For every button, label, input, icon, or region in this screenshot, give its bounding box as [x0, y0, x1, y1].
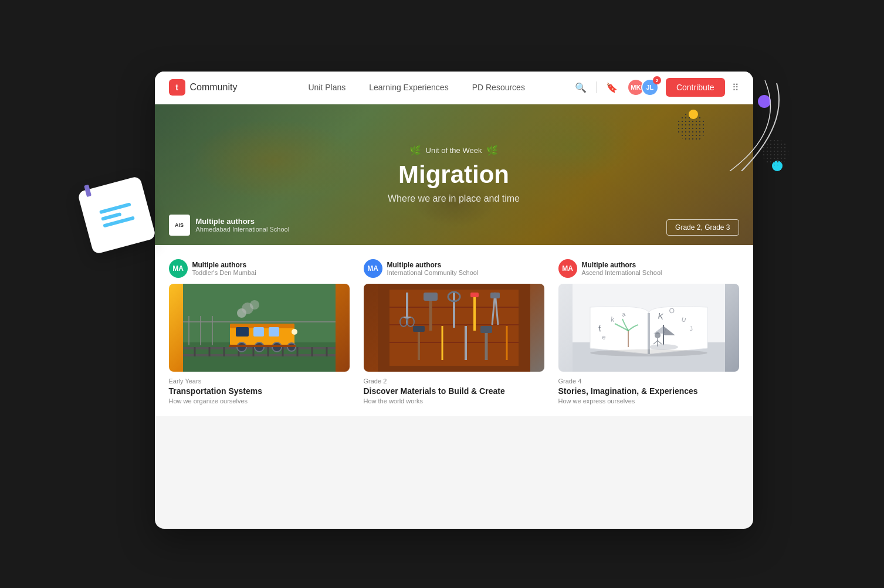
logo-letter: t [175, 83, 178, 92]
book-illustration: f k a e K O U J I [573, 284, 725, 372]
svg-rect-28 [229, 345, 296, 347]
card-title-1: Transportation Systems [169, 386, 350, 396]
hero-author-school: Ahmedabad International School [196, 226, 290, 233]
card-author-info-1: Multiple authors Toddler's Den Mumbai [192, 261, 256, 276]
card-avatar-3-initials: MA [562, 264, 573, 273]
card-image-2 [364, 284, 544, 372]
card-theme-1: How we organize ourselves [169, 397, 350, 405]
logo-text: Community [190, 82, 238, 93]
train-illustration [183, 284, 336, 372]
card-image-3: f k a e K O U J I [558, 284, 739, 372]
svg-rect-22 [269, 327, 279, 337]
notebook-line [99, 202, 131, 214]
card-grade-3: Grade 4 [558, 378, 739, 385]
hero-author-name: Multiple authors [196, 217, 290, 226]
card-3[interactable]: MA Multiple authors Ascend International… [558, 259, 739, 405]
avatar1-initials: MK [631, 84, 641, 91]
bookmark-icon[interactable]: 🔖 [604, 80, 620, 96]
hero-section: 🌿 Unit of the Week 🌿 Migration Where we … [155, 104, 753, 245]
nav-divider [596, 81, 597, 93]
card-avatar-2: MA [364, 259, 382, 278]
navbar-nav: Unit Plans Learning Experiences PD Resou… [260, 78, 573, 97]
nav-link-pd-resources[interactable]: PD Resources [460, 78, 537, 97]
card-image-1 [169, 284, 350, 372]
outer-wrapper: t Community Unit Plans Learning Experien… [120, 54, 765, 535]
laurel-left-icon: 🌿 [409, 145, 421, 156]
hero-author-info: Multiple authors Ahmedabad International… [196, 217, 290, 233]
deco-notebook [77, 175, 156, 254]
svg-rect-42 [424, 293, 438, 301]
hero-author: AIS Multiple authors Ahmedabad Internati… [169, 215, 290, 236]
deco-dots-cluster2 [762, 139, 788, 165]
navbar-logo: t Community [169, 79, 238, 96]
svg-rect-21 [253, 327, 264, 337]
hero-grade-badge: Grade 2, Grade 3 [666, 219, 739, 236]
school-logo: AIS [169, 215, 190, 236]
tools-illustration [378, 284, 530, 372]
deco-top-right [671, 77, 788, 183]
avatar2-initials: JL [646, 84, 653, 91]
card-grade-2: Grade 2 [364, 378, 544, 385]
svg-rect-46 [470, 293, 479, 297]
school-abbr: AIS [175, 222, 184, 228]
card-theme-3: How we express ourselves [558, 397, 739, 405]
browser-window: t Community Unit Plans Learning Experien… [155, 72, 753, 529]
card-author-school-1: Toddler's Den Mumbai [192, 269, 256, 276]
card-avatar-1: MA [169, 259, 188, 278]
card-theme-2: How the world works [364, 397, 544, 405]
avatar-group: MK JL 2 [627, 79, 659, 96]
svg-point-23 [292, 329, 297, 335]
card-author-info-3: Multiple authors Ascend International Sc… [582, 261, 662, 276]
card-author-name-2: Multiple authors [387, 261, 479, 269]
card-avatar-3: MA [558, 259, 577, 278]
hero-content: 🌿 Unit of the Week 🌿 Migration Where we … [388, 145, 520, 204]
hero-badge: 🌿 Unit of the Week 🌿 [388, 145, 520, 156]
svg-text:O: O [669, 306, 675, 315]
hero-title: Migration [388, 161, 520, 189]
svg-point-73 [655, 332, 661, 338]
notebook-lines [99, 202, 134, 227]
notebook-line [100, 212, 121, 221]
hero-footer: AIS Multiple authors Ahmedabad Internati… [155, 205, 753, 245]
cards-section: MA Multiple authors Toddler's Den Mumbai [155, 245, 753, 416]
card-1[interactable]: MA Multiple authors Toddler's Den Mumbai [169, 259, 350, 405]
svg-point-59 [590, 349, 707, 356]
hero-subtitle: Where we are in place and time [388, 193, 520, 204]
card-author-school-3: Ascend International School [582, 269, 662, 276]
card-author-info-2: Multiple authors International Community… [387, 261, 479, 276]
svg-point-72 [649, 344, 678, 350]
laurel-right-icon: 🌿 [486, 145, 498, 156]
notification-badge: 2 [653, 76, 661, 84]
card-img-book: f k a e K O U J I [558, 284, 739, 372]
card-avatar-2-initials: MA [367, 264, 378, 273]
card-grade-1: Early Years [169, 378, 350, 385]
navbar: t Community Unit Plans Learning Experien… [155, 72, 753, 104]
card-author-name-1: Multiple authors [192, 261, 256, 269]
search-icon[interactable]: 🔍 [573, 80, 589, 96]
svg-rect-55 [480, 326, 492, 333]
card-author-3: MA Multiple authors Ascend International… [558, 259, 739, 278]
browser-content[interactable]: 🌿 Unit of the Week 🌿 Migration Where we … [155, 104, 753, 529]
nav-link-learning-experiences[interactable]: Learning Experiences [357, 78, 460, 97]
logo-icon: t [169, 79, 185, 96]
card-author-school-2: International Community School [387, 269, 479, 276]
card-2[interactable]: MA Multiple authors International Commun… [364, 259, 544, 405]
card-author-1: MA Multiple authors Toddler's Den Mumbai [169, 259, 350, 278]
card-avatar-1-initials: MA [172, 264, 184, 273]
card-author-2: MA Multiple authors International Commun… [364, 259, 544, 278]
card-author-name-3: Multiple authors [582, 261, 662, 269]
svg-rect-51 [413, 326, 425, 332]
hero-badge-text: Unit of the Week [426, 146, 482, 155]
svg-point-31 [250, 300, 259, 310]
card-img-tools [364, 284, 544, 372]
svg-rect-20 [236, 327, 249, 337]
nav-link-unit-plans[interactable]: Unit Plans [296, 78, 357, 97]
card-img-train [169, 284, 350, 372]
svg-rect-49 [490, 293, 500, 298]
card-title-2: Discover Materials to Build & Create [364, 386, 544, 396]
card-title-3: Stories, Imagination, & Experiences [558, 386, 739, 396]
